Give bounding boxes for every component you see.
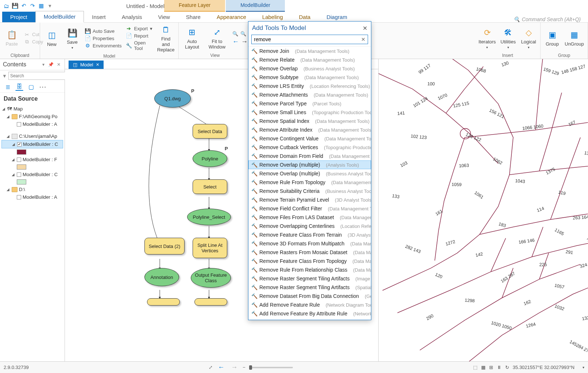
tool-result-row[interactable]: 🔨Remove Files From LAS Dataset (Data Man… xyxy=(248,213,371,222)
qat-open-icon[interactable]: 🗂 xyxy=(3,3,9,9)
fitwindow-button[interactable]: ⤢Fit to Window xyxy=(206,27,228,50)
environments-button[interactable]: ⚙Environments xyxy=(85,43,121,48)
checkbox[interactable] xyxy=(17,195,21,199)
node-output-fc[interactable]: Output Feature Class xyxy=(191,268,231,288)
contents-search-input[interactable] xyxy=(8,72,67,80)
tab-diagram[interactable]: Diagram xyxy=(318,12,355,22)
tool-result-row[interactable]: 🔨Remove Dataset From Big Data Connection… xyxy=(248,292,371,300)
node-select[interactable]: Select xyxy=(193,179,227,194)
tab-appearance[interactable]: Appearance xyxy=(209,12,254,22)
popup-results-list[interactable]: 🔨Remove Join (Data Management Tools)🔨Rem… xyxy=(248,46,371,320)
prev-extent-icon[interactable]: ← xyxy=(216,364,226,371)
qat-redo-icon[interactable]: ↷ xyxy=(29,3,36,9)
nav-next-icon[interactable]: → xyxy=(241,38,248,46)
tab-labeling[interactable]: Labeling xyxy=(254,12,291,22)
tool-result-row[interactable]: 🔨Remove Attribute Index (Data Management… xyxy=(248,125,371,134)
list-by-source-icon[interactable]: 🗄 xyxy=(15,83,23,91)
close-icon[interactable]: ✕ xyxy=(363,25,367,32)
node-select-data-2[interactable]: Select Data (2) xyxy=(144,238,185,255)
grid-icon[interactable]: ⊞ xyxy=(489,365,493,370)
popup-search-input[interactable] xyxy=(254,36,361,42)
report-button[interactable]: 📄Report xyxy=(126,33,152,39)
node-partial[interactable] xyxy=(194,298,227,306)
tool-result-row[interactable]: 🔨Remove Join (Data Management Tools) xyxy=(248,47,371,55)
map-view[interactable]: 99 117100101 124102 12310313310701068130… xyxy=(379,59,588,361)
tool-result-row[interactable]: 🔨Remove Raster Segment Tiling Artifacts … xyxy=(248,274,371,283)
iterators-button[interactable]: ⟳Iterators▾ xyxy=(479,27,496,49)
tool-result-row[interactable]: 🔨Remove Relate (Data Management Tools) xyxy=(248,55,371,64)
tool-result-row[interactable]: 🔨Remove Rule From Relationship Class (Da… xyxy=(248,265,371,274)
group-button[interactable]: ▣Group xyxy=(544,29,560,47)
export-button[interactable]: ➔Export ▾ xyxy=(126,26,152,31)
tool-result-row[interactable]: 🔨Remove Domain From Field (Data Manageme… xyxy=(248,152,371,160)
pause-icon[interactable]: ⏸ xyxy=(497,365,502,370)
qat-project-icon[interactable]: ▦ xyxy=(38,3,45,9)
tool-result-row[interactable]: 🔨Remove Terrain Pyramid Level (3D Analys… xyxy=(248,195,371,204)
tool-result-row[interactable]: 🔨Remove Small Lines (Topographic Product… xyxy=(248,108,371,117)
qat-save-icon[interactable]: 💾 xyxy=(12,3,18,9)
node-annotation[interactable]: Annotation xyxy=(144,268,179,286)
next-extent-icon[interactable]: → xyxy=(229,364,239,371)
tool-result-row[interactable]: 🔨Remove Suitability Criteria (Business A… xyxy=(248,187,371,195)
zoomin-icon[interactable]: 🔍 xyxy=(232,31,238,36)
checkbox[interactable] xyxy=(17,172,21,177)
tool-result-row[interactable]: 🔨Remove Raster Segment Tiling Artifacts … xyxy=(248,283,371,292)
checkbox[interactable]: ✔ xyxy=(17,142,22,147)
tool-result-row[interactable]: 🔨Remove Cutback Vertices (Topographic Pr… xyxy=(248,143,371,152)
clear-icon[interactable]: ✕ xyxy=(361,36,365,42)
tool-result-row[interactable]: 🔨Remove Rasters From Mosaic Dataset (Dat… xyxy=(248,248,371,257)
tool-result-row[interactable]: 🔨Remove Field Conflict Filter (Data Mana… xyxy=(248,204,371,213)
document-tab-model[interactable]: ◫ Model ✕ xyxy=(69,61,104,69)
list-by-selection-icon[interactable]: ▢ xyxy=(27,83,35,91)
save-button[interactable]: 💾Save▾ xyxy=(64,27,80,50)
qat-dropdown-icon[interactable]: ▾ xyxy=(47,3,53,9)
selection-tool-icon[interactable]: ⬚ xyxy=(473,365,477,370)
node-polyline-select[interactable]: Polyline_Select xyxy=(187,209,231,225)
filter-icon[interactable]: ▼ xyxy=(2,73,7,79)
node-polyline[interactable]: Polyline xyxy=(193,150,227,167)
node-select-data[interactable]: Select Data xyxy=(193,124,227,139)
checkbox[interactable] xyxy=(17,158,21,162)
tool-result-row[interactable]: 🔨Add Remove Feature By Attribute Rule (N… xyxy=(248,309,371,318)
find-replace-button[interactable]: 🗒Find and Replace xyxy=(157,24,175,53)
tab-view[interactable]: View xyxy=(150,12,178,22)
qat-undo-icon[interactable]: ↶ xyxy=(20,3,27,9)
snapping-icon[interactable]: ▦ xyxy=(481,365,486,370)
node-split-line[interactable]: Split Line At Vertices xyxy=(193,238,227,258)
tab-analysis[interactable]: Analysis xyxy=(114,12,150,22)
pane-controls[interactable]: ▾ 📌 ✕ xyxy=(42,62,62,67)
opentool-button[interactable]: 🔧Open Tool xyxy=(126,40,152,51)
tool-result-row[interactable]: 🔨Add Remove Feature Rule (Network Diagra… xyxy=(248,300,371,309)
tool-result-row[interactable]: 🔨Remove Subtype (Data Management Tools) xyxy=(248,73,371,82)
tool-result-row[interactable]: 🔨Remove Overlapping Centerlines (Locatio… xyxy=(248,222,371,230)
tab-data[interactable]: Data xyxy=(291,12,319,22)
nav-prev-icon[interactable]: ← xyxy=(232,38,239,46)
node-partial-2[interactable] xyxy=(147,298,180,306)
ungroup-button[interactable]: ▦UnGroup xyxy=(565,29,584,47)
zoomout-icon[interactable]: 🔍 xyxy=(240,31,246,36)
tool-result-row[interactable]: 🔨Remove 3D Formats From Multipatch (Data… xyxy=(248,239,371,248)
tab-project[interactable]: Project xyxy=(2,12,35,22)
autosave-button[interactable]: 💾Auto Save xyxy=(85,28,121,34)
tool-result-row[interactable]: 🔨Remove Overlap (multiple) (Business Ana… xyxy=(248,169,371,178)
new-button[interactable]: ◫New xyxy=(44,30,60,47)
tool-result-row[interactable]: 🔨Remove LRS Entity (Location Referencing… xyxy=(248,82,371,90)
checkbox[interactable] xyxy=(17,122,21,127)
context-tab-feature-layer[interactable]: Feature Layer xyxy=(164,0,225,12)
list-by-drawing-icon[interactable]: ≣ xyxy=(4,83,12,91)
more-icon[interactable]: ⋯ xyxy=(39,83,47,91)
command-search[interactable]: 🔍 Command Search (Alt+Q) xyxy=(514,16,581,22)
logical-button[interactable]: ◇Logical▾ xyxy=(521,27,537,49)
fit-icon[interactable]: ⤢ xyxy=(209,365,213,370)
tool-result-row[interactable]: 🔨Remove Contingent Value (Data Managemen… xyxy=(248,134,371,143)
node-q1-dwg[interactable]: Q1.dwg xyxy=(154,89,191,108)
tool-result-row[interactable]: 🔨Remove Feature Class From Topology (Dat… xyxy=(248,257,371,265)
autolayout-button[interactable]: ⊞Auto Layout xyxy=(182,27,202,50)
selected-tree-item[interactable]: ◢✔ModelBuilder : C xyxy=(1,140,63,148)
tool-result-row[interactable]: 🔨Remove Parcel Type (Parcel Tools) xyxy=(248,99,371,108)
close-tab-icon[interactable]: ✕ xyxy=(96,62,99,67)
zoom-slider[interactable] xyxy=(249,367,293,368)
tool-result-row[interactable]: 🔨Remove Overlap (multiple) (Analysis Too… xyxy=(248,160,371,169)
tool-result-row[interactable]: 🔨Remove Overlap (Business Analyst Tools) xyxy=(248,64,371,73)
tab-share[interactable]: Share xyxy=(178,12,209,22)
